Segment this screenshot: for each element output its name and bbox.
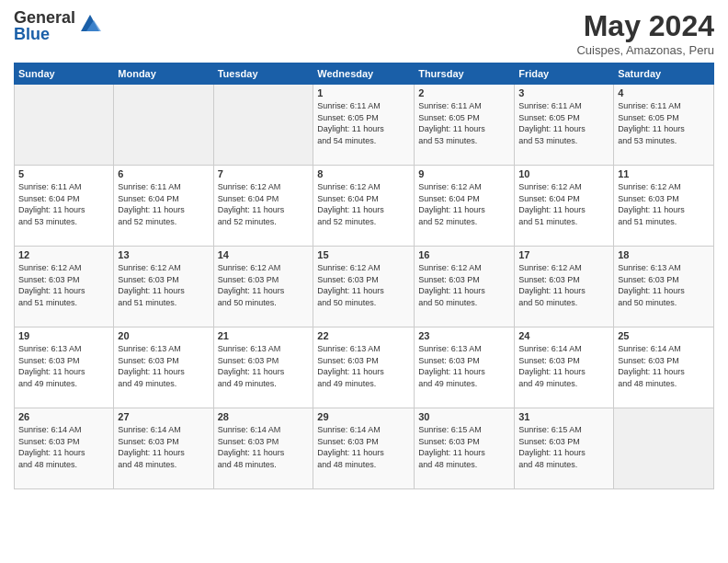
logo-icon [77, 11, 103, 37]
table-row: 12Sunrise: 6:12 AMSunset: 6:03 PMDayligh… [15, 247, 114, 327]
day-number: 30 [418, 411, 510, 422]
day-number: 7 [218, 168, 310, 179]
table-row: 16Sunrise: 6:12 AMSunset: 6:03 PMDayligh… [415, 247, 515, 327]
day-info: Sunrise: 6:12 AMSunset: 6:03 PMDaylight:… [118, 262, 209, 308]
day-number: 20 [118, 330, 209, 341]
table-row: 8Sunrise: 6:12 AMSunset: 6:04 PMDaylight… [313, 166, 415, 247]
day-number: 14 [218, 249, 310, 260]
day-number: 19 [18, 330, 109, 341]
table-row: 28Sunrise: 6:14 AMSunset: 6:03 PMDayligh… [213, 408, 313, 489]
header-thursday: Thursday [415, 63, 515, 85]
day-info: Sunrise: 6:12 AMSunset: 6:03 PMDaylight:… [418, 262, 510, 308]
table-row: 20Sunrise: 6:13 AMSunset: 6:03 PMDayligh… [114, 327, 213, 408]
table-row: 7Sunrise: 6:12 AMSunset: 6:04 PMDaylight… [213, 166, 313, 247]
day-info: Sunrise: 6:12 AMSunset: 6:04 PMDaylight:… [518, 181, 609, 227]
table-row: 3Sunrise: 6:11 AMSunset: 6:05 PMDaylight… [515, 85, 614, 166]
table-row: 5Sunrise: 6:11 AMSunset: 6:04 PMDaylight… [15, 166, 114, 247]
header-monday: Monday [114, 63, 213, 85]
day-info: Sunrise: 6:14 AMSunset: 6:03 PMDaylight:… [317, 424, 410, 470]
table-row: 25Sunrise: 6:14 AMSunset: 6:03 PMDayligh… [614, 327, 714, 408]
header-wednesday: Wednesday [313, 63, 415, 85]
title-block: May 2024 Cuispes, Amazonas, Peru [576, 9, 714, 57]
day-info: Sunrise: 6:11 AMSunset: 6:04 PMDaylight:… [18, 181, 109, 227]
day-info: Sunrise: 6:13 AMSunset: 6:03 PMDaylight:… [618, 262, 710, 308]
day-number: 10 [518, 168, 609, 179]
table-row [213, 85, 313, 166]
header-saturday: Saturday [614, 63, 714, 85]
table-row: 24Sunrise: 6:14 AMSunset: 6:03 PMDayligh… [515, 327, 614, 408]
weekday-header-row: Sunday Monday Tuesday Wednesday Thursday… [15, 63, 714, 85]
calendar-week-row: 5Sunrise: 6:11 AMSunset: 6:04 PMDaylight… [15, 166, 714, 247]
header-sunday: Sunday [15, 63, 114, 85]
day-number: 22 [317, 330, 410, 341]
day-info: Sunrise: 6:14 AMSunset: 6:03 PMDaylight:… [618, 343, 710, 389]
table-row: 14Sunrise: 6:12 AMSunset: 6:03 PMDayligh… [213, 247, 313, 327]
day-info: Sunrise: 6:13 AMSunset: 6:03 PMDaylight:… [317, 343, 410, 389]
page: General Blue May 2024 Cuispes, Amazonas,… [0, 0, 728, 563]
day-info: Sunrise: 6:12 AMSunset: 6:03 PMDaylight:… [18, 262, 109, 308]
day-number: 18 [618, 249, 710, 260]
day-number: 15 [317, 249, 410, 260]
day-number: 16 [418, 249, 510, 260]
day-number: 11 [618, 168, 710, 179]
day-number: 2 [418, 87, 510, 98]
day-info: Sunrise: 6:11 AMSunset: 6:04 PMDaylight:… [118, 181, 209, 227]
day-info: Sunrise: 6:11 AMSunset: 6:05 PMDaylight:… [518, 100, 609, 146]
header: General Blue May 2024 Cuispes, Amazonas,… [14, 9, 714, 57]
day-number: 1 [317, 87, 410, 98]
table-row: 19Sunrise: 6:13 AMSunset: 6:03 PMDayligh… [15, 327, 114, 408]
day-info: Sunrise: 6:12 AMSunset: 6:04 PMDaylight:… [418, 181, 510, 227]
table-row: 2Sunrise: 6:11 AMSunset: 6:05 PMDaylight… [415, 85, 515, 166]
table-row: 13Sunrise: 6:12 AMSunset: 6:03 PMDayligh… [114, 247, 213, 327]
location-subtitle: Cuispes, Amazonas, Peru [576, 43, 714, 57]
logo-blue: Blue [14, 26, 75, 42]
day-number: 24 [518, 330, 609, 341]
day-number: 29 [317, 411, 410, 422]
day-number: 25 [618, 330, 710, 341]
day-number: 27 [118, 411, 209, 422]
day-number: 13 [118, 249, 209, 260]
table-row: 27Sunrise: 6:14 AMSunset: 6:03 PMDayligh… [114, 408, 213, 489]
day-info: Sunrise: 6:13 AMSunset: 6:03 PMDaylight:… [218, 343, 310, 389]
table-row: 21Sunrise: 6:13 AMSunset: 6:03 PMDayligh… [213, 327, 313, 408]
calendar-week-row: 1Sunrise: 6:11 AMSunset: 6:05 PMDaylight… [15, 85, 714, 166]
table-row: 15Sunrise: 6:12 AMSunset: 6:03 PMDayligh… [313, 247, 415, 327]
day-info: Sunrise: 6:15 AMSunset: 6:03 PMDaylight:… [418, 424, 510, 470]
calendar-table: Sunday Monday Tuesday Wednesday Thursday… [14, 63, 714, 489]
table-row: 18Sunrise: 6:13 AMSunset: 6:03 PMDayligh… [614, 247, 714, 327]
day-info: Sunrise: 6:11 AMSunset: 6:05 PMDaylight:… [418, 100, 510, 146]
table-row: 31Sunrise: 6:15 AMSunset: 6:03 PMDayligh… [515, 408, 614, 489]
header-friday: Friday [515, 63, 614, 85]
table-row [614, 408, 714, 489]
day-number: 21 [218, 330, 310, 341]
day-info: Sunrise: 6:15 AMSunset: 6:03 PMDaylight:… [518, 424, 609, 470]
table-row: 29Sunrise: 6:14 AMSunset: 6:03 PMDayligh… [313, 408, 415, 489]
calendar-week-row: 19Sunrise: 6:13 AMSunset: 6:03 PMDayligh… [15, 327, 714, 408]
table-row: 6Sunrise: 6:11 AMSunset: 6:04 PMDaylight… [114, 166, 213, 247]
day-info: Sunrise: 6:12 AMSunset: 6:03 PMDaylight:… [317, 262, 410, 308]
day-info: Sunrise: 6:13 AMSunset: 6:03 PMDaylight:… [18, 343, 109, 389]
table-row: 22Sunrise: 6:13 AMSunset: 6:03 PMDayligh… [313, 327, 415, 408]
day-info: Sunrise: 6:12 AMSunset: 6:04 PMDaylight:… [218, 181, 310, 227]
day-info: Sunrise: 6:14 AMSunset: 6:03 PMDaylight:… [118, 424, 209, 470]
day-info: Sunrise: 6:12 AMSunset: 6:03 PMDaylight:… [518, 262, 609, 308]
day-info: Sunrise: 6:13 AMSunset: 6:03 PMDaylight:… [118, 343, 209, 389]
calendar-week-row: 26Sunrise: 6:14 AMSunset: 6:03 PMDayligh… [15, 408, 714, 489]
day-number: 23 [418, 330, 510, 341]
day-number: 4 [618, 87, 710, 98]
day-number: 26 [18, 411, 109, 422]
day-number: 5 [18, 168, 109, 179]
day-number: 3 [518, 87, 609, 98]
header-tuesday: Tuesday [213, 63, 313, 85]
day-number: 8 [317, 168, 410, 179]
month-title: May 2024 [576, 9, 714, 43]
day-info: Sunrise: 6:14 AMSunset: 6:03 PMDaylight:… [218, 424, 310, 470]
day-number: 6 [118, 168, 209, 179]
table-row: 23Sunrise: 6:13 AMSunset: 6:03 PMDayligh… [415, 327, 515, 408]
day-info: Sunrise: 6:11 AMSunset: 6:05 PMDaylight:… [618, 100, 710, 146]
logo-text: General Blue [14, 9, 75, 42]
table-row [15, 85, 114, 166]
table-row [114, 85, 213, 166]
table-row: 10Sunrise: 6:12 AMSunset: 6:04 PMDayligh… [515, 166, 614, 247]
day-number: 9 [418, 168, 510, 179]
